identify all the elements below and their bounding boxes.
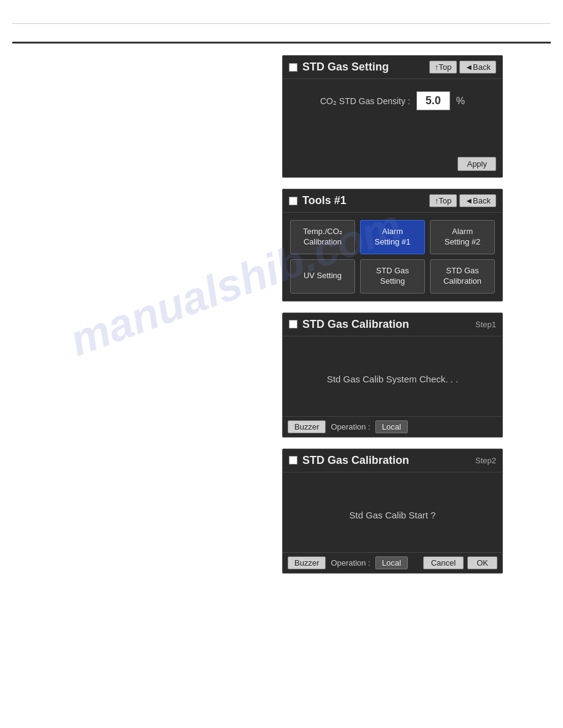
uv-setting-btn[interactable]: UV Setting [290, 259, 355, 294]
step2-label: Step2 [475, 456, 496, 465]
apply-button[interactable]: Apply [458, 157, 496, 171]
std-gas-setting-body: CO₂ STD Gas Density : 5.0 % Apply [283, 79, 502, 177]
tools1-panel: Tools #1 ↑Top ◄Back Temp./CO₂Calibration… [282, 189, 503, 301]
tools1-title: Tools #1 [302, 194, 429, 207]
step1-label: Step1 [475, 320, 496, 329]
std-gas-calib-step2-panel: STD Gas Calibration Step2 Std Gas Calib … [282, 449, 503, 574]
tools1-top-btn[interactable]: ↑Top [429, 194, 457, 207]
std-gas-setting-back-btn[interactable]: ◄Back [459, 61, 496, 74]
gas-density-value[interactable]: 5.0 [416, 91, 450, 110]
std-gas-calib-step1-title: STD Gas Calibration [302, 318, 470, 331]
std-gas-calib-step1-checkbox[interactable] [289, 320, 297, 328]
step1-message: Std Gas Calib System Check. . . [327, 374, 458, 384]
tools1-header: Tools #1 ↑Top ◄Back [283, 189, 502, 213]
std-gas-setting-title: STD Gas Setting [302, 61, 429, 74]
alarm-set2-btn[interactable]: AlarmSetting #2 [430, 220, 495, 254]
std-gas-cal-btn[interactable]: STD GasCalibration [430, 259, 495, 294]
std-gas-calib-step1-header: STD Gas Calibration Step1 [283, 313, 502, 336]
step2-operation-label: Operation : [331, 558, 370, 567]
std-gas-setting-header: STD Gas Setting ↑Top ◄Back [283, 56, 502, 79]
std-gas-setting-checkbox[interactable] [289, 63, 297, 72]
step2-ok-btn[interactable]: OK [467, 556, 497, 569]
std-gas-set-btn[interactable]: STD GasSetting [360, 259, 425, 294]
std-gas-calib-step2-checkbox[interactable] [289, 456, 297, 464]
std-gas-calib-step2-footer: Buzzer Operation : Local Cancel OK [283, 552, 502, 573]
panels-container: STD Gas Setting ↑Top ◄Back CO₂ STD Gas D… [282, 55, 503, 574]
step2-footer-buttons: Cancel OK [423, 556, 497, 569]
top-line-thick [12, 42, 551, 44]
step2-operation-value: Local [375, 556, 408, 569]
alarm-set1-btn[interactable]: AlarmSetting #1 [360, 220, 425, 254]
top-line-thin [12, 23, 551, 24]
step2-buzzer-btn[interactable]: Buzzer [288, 556, 326, 569]
tools1-body: Temp./CO₂Calibration AlarmSetting #1 Ala… [283, 213, 502, 301]
step2-message: Std Gas Calib Start ? [350, 510, 436, 520]
step1-operation-value: Local [375, 420, 408, 433]
std-gas-calib-step1-footer: Buzzer Operation : Local [283, 416, 502, 437]
gas-density-row: CO₂ STD Gas Density : 5.0 % [320, 91, 465, 110]
std-gas-calib-step2-header: STD Gas Calibration Step2 [283, 449, 502, 472]
std-gas-setting-top-btn[interactable]: ↑Top [429, 61, 457, 74]
tools1-checkbox[interactable] [289, 197, 297, 205]
temp-co2-cal-btn[interactable]: Temp./CO₂Calibration [290, 220, 355, 254]
std-gas-calib-step2-title: STD Gas Calibration [302, 454, 470, 467]
tools1-back-btn[interactable]: ◄Back [459, 194, 496, 207]
co2-label: CO₂ STD Gas Density : [320, 96, 410, 106]
std-gas-calib-step1-panel: STD Gas Calibration Step1 Std Gas Calib … [282, 313, 503, 438]
step2-cancel-btn[interactable]: Cancel [423, 556, 464, 569]
tools1-nav: ↑Top ◄Back [429, 194, 496, 207]
std-gas-setting-nav: ↑Top ◄Back [429, 61, 496, 74]
step1-operation-label: Operation : [331, 422, 370, 431]
gas-density-unit: % [456, 96, 465, 107]
std-gas-setting-panel: STD Gas Setting ↑Top ◄Back CO₂ STD Gas D… [282, 55, 503, 178]
std-gas-calib-step2-body: Std Gas Calib Start ? [283, 472, 502, 552]
step1-buzzer-btn[interactable]: Buzzer [288, 420, 326, 433]
std-gas-calib-step1-body: Std Gas Calib System Check. . . [283, 336, 502, 416]
